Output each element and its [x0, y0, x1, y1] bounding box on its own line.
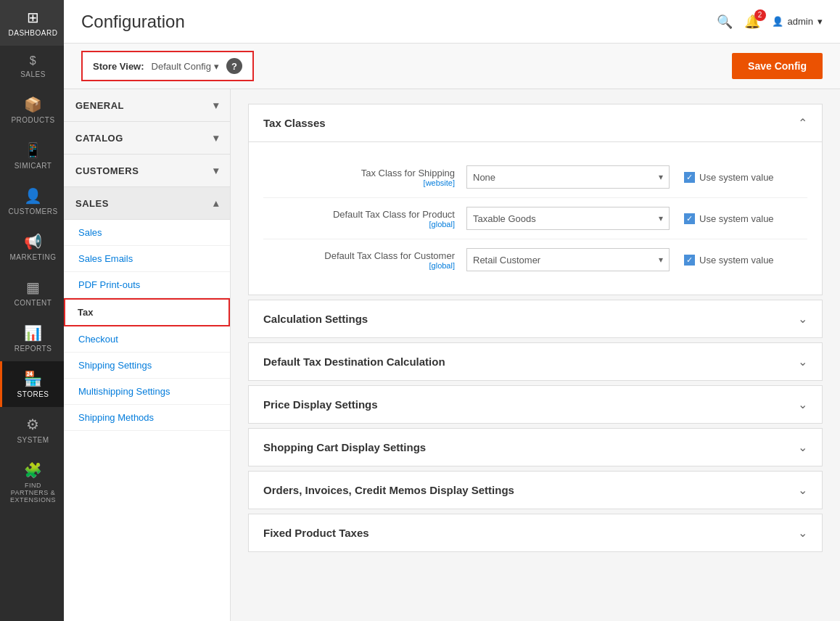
product-tax-select[interactable]: Taxable Goods ▾	[466, 207, 670, 230]
use-system-label: Use system value	[699, 213, 774, 224]
sidebar-item-products[interactable]: 📦 PRODUCTS	[0, 87, 64, 133]
use-system-checkbox[interactable]: ✓	[684, 213, 695, 224]
reports-icon: 📊	[24, 324, 43, 342]
sidebar-item-system[interactable]: ⚙ SYSTEM	[0, 407, 64, 453]
sidebar-item-stores[interactable]: 🏪 STORES	[0, 361, 64, 407]
nav-item-checkout[interactable]: Checkout	[64, 326, 230, 353]
use-system-value-customer: ✓ Use system value	[684, 255, 774, 266]
chevron-down-icon: ⌄	[798, 312, 807, 326]
section-calculation-title: Calculation Settings	[263, 313, 368, 325]
section-calculation-header[interactable]: Calculation Settings ⌄	[249, 300, 822, 337]
sidebar-item-marketing[interactable]: 📢 MARKETING	[0, 224, 64, 270]
section-fixed-product-taxes-title: Fixed Product Taxes	[263, 527, 369, 539]
products-icon: 📦	[24, 96, 43, 113]
section-orders-display-header[interactable]: Orders, Invoices, Credit Memos Display S…	[249, 472, 822, 509]
sidebar-item-label: REPORTS	[15, 345, 52, 353]
system-icon: ⚙	[26, 416, 40, 433]
tax-label-product: Default Tax Class for Product [global]	[263, 209, 466, 229]
chevron-down-icon: ▾	[659, 172, 663, 182]
content-area: GENERAL ▾ CATALOG ▾ CUSTOMERS ▾ SALES ▴ …	[64, 89, 840, 621]
notifications-button[interactable]: 🔔 2	[744, 14, 760, 30]
store-view-dropdown[interactable]: Default Config ▾	[152, 61, 219, 72]
section-price-display-title: Price Display Settings	[263, 398, 378, 411]
tax-select-shipping: None ▾	[466, 165, 670, 189]
sidebar-item-extensions[interactable]: 🧩 FIND PARTNERS & EXTENSIONS	[0, 453, 64, 512]
chevron-down-icon: ▾	[659, 213, 663, 223]
section-tax-classes: Tax Classes ⌃ Tax Class for Shipping [we…	[248, 104, 823, 295]
nav-item-sales-emails[interactable]: Sales Emails	[64, 246, 230, 272]
tax-row-product: Default Tax Class for Product [global] T…	[263, 198, 807, 239]
sidebar-item-content[interactable]: ▦ CONTENT	[0, 270, 64, 316]
tax-label-customer: Default Tax Class for Customer [global]	[263, 250, 466, 270]
sidebar-item-label: MARKETING	[10, 253, 57, 261]
sidebar-item-dashboard[interactable]: ⊞ DASHBOARD	[0, 0, 64, 46]
sales-sub-items: Sales Sales Emails PDF Print-outs Tax Ch…	[64, 220, 230, 431]
nav-item-multishipping[interactable]: Multishipping Settings	[64, 379, 230, 405]
section-calculation-settings: Calculation Settings ⌄	[248, 300, 823, 338]
user-icon: 👤	[772, 16, 783, 27]
left-nav: GENERAL ▾ CATALOG ▾ CUSTOMERS ▾ SALES ▴ …	[64, 89, 231, 621]
nav-item-shipping-methods[interactable]: Shipping Methods	[64, 405, 230, 431]
section-orders-display: Orders, Invoices, Credit Memos Display S…	[248, 471, 823, 509]
shipping-tax-select[interactable]: None ▾	[466, 165, 670, 189]
nav-section-general[interactable]: GENERAL ▾	[64, 89, 230, 122]
chevron-down-icon: ⌄	[798, 526, 807, 540]
sidebar-item-label: DASHBOARD	[9, 29, 58, 37]
nav-section-catalog[interactable]: CATALOG ▾	[64, 122, 230, 155]
dashboard-icon: ⊞	[27, 9, 40, 26]
sidebar-item-label: FIND PARTNERS & EXTENSIONS	[6, 482, 60, 503]
chevron-down-icon: ⌄	[798, 440, 807, 454]
chevron-up-icon: ▴	[213, 197, 219, 209]
search-icon[interactable]: 🔍	[717, 14, 733, 30]
extensions-icon: 🧩	[24, 461, 43, 479]
help-button[interactable]: ?	[226, 58, 242, 74]
tax-label-shipping: Tax Class for Shipping [website]	[263, 168, 466, 187]
nav-section-customers[interactable]: CUSTOMERS ▾	[64, 155, 230, 187]
section-orders-display-title: Orders, Invoices, Credit Memos Display S…	[263, 484, 514, 496]
use-system-checkbox[interactable]: ✓	[684, 172, 695, 183]
sidebar-item-simicart[interactable]: 📱 SIMICART	[0, 133, 64, 178]
use-system-value-product: ✓ Use system value	[684, 213, 774, 224]
sidebar-item-customers[interactable]: 👤 CUSTOMERS	[0, 178, 64, 224]
section-fixed-product-taxes: Fixed Product Taxes ⌄	[248, 514, 823, 552]
customers-icon: 👤	[24, 187, 43, 205]
chevron-down-icon: ▾	[213, 99, 219, 111]
chevron-down-icon: ▾	[818, 16, 823, 27]
sidebar-item-label: SYSTEM	[17, 436, 49, 444]
section-cart-display-header[interactable]: Shopping Cart Display Settings ⌄	[249, 429, 822, 466]
save-config-button[interactable]: Save Config	[732, 53, 823, 79]
nav-item-pdf-printouts[interactable]: PDF Print-outs	[64, 272, 230, 298]
sales-icon: $	[30, 54, 36, 67]
nav-item-sales[interactable]: Sales	[64, 220, 230, 246]
nav-item-tax[interactable]: Tax	[64, 298, 230, 326]
nav-section-sales[interactable]: SALES ▴	[64, 187, 230, 220]
chevron-down-icon: ▾	[213, 132, 219, 144]
admin-user-menu[interactable]: 👤 admin ▾	[772, 16, 823, 27]
sidebar-item-label: PRODUCTS	[11, 116, 54, 124]
customer-tax-select[interactable]: Retail Customer ▾	[466, 248, 670, 271]
content-icon: ▦	[26, 279, 41, 296]
sidebar-item-label: STORES	[17, 390, 49, 398]
sidebar-item-label: SIMICART	[15, 162, 52, 170]
sidebar-item-label: SALES	[20, 70, 46, 78]
nav-item-shipping-settings[interactable]: Shipping Settings	[64, 353, 230, 379]
chevron-down-icon: ⌄	[798, 355, 807, 369]
sidebar-item-sales[interactable]: $ SALES	[0, 46, 64, 87]
tax-label-note: [global]	[263, 220, 455, 229]
header-right: 🔍 🔔 2 👤 admin ▾	[717, 14, 823, 30]
chevron-down-icon: ▾	[213, 165, 219, 176]
nav-section-general-label: GENERAL	[75, 100, 124, 111]
use-system-label: Use system value	[699, 172, 774, 183]
nav-section-sales-label: SALES	[75, 198, 109, 209]
section-price-display: Price Display Settings ⌄	[248, 385, 823, 424]
section-tax-destination: Default Tax Destination Calculation ⌄	[248, 342, 823, 381]
section-tax-classes-header[interactable]: Tax Classes ⌃	[249, 104, 822, 142]
section-fixed-product-taxes-header[interactable]: Fixed Product Taxes ⌄	[249, 514, 822, 551]
section-tax-destination-header[interactable]: Default Tax Destination Calculation ⌄	[249, 343, 822, 380]
use-system-checkbox[interactable]: ✓	[684, 255, 695, 266]
sidebar-item-reports[interactable]: 📊 REPORTS	[0, 316, 64, 361]
section-price-display-header[interactable]: Price Display Settings ⌄	[249, 386, 822, 423]
stores-icon: 🏪	[24, 370, 43, 387]
section-tax-destination-title: Default Tax Destination Calculation	[263, 355, 445, 368]
notification-badge: 2	[754, 9, 766, 21]
